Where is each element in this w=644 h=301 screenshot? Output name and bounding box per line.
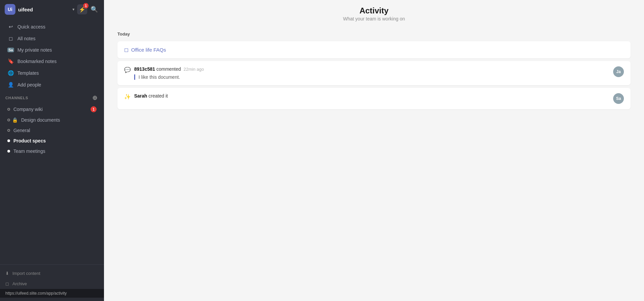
event-action: commented xyxy=(155,66,182,72)
channel-item-company-wiki[interactable]: Company wiki 1 xyxy=(2,104,102,115)
event-body-created: Sarah created it xyxy=(134,93,613,99)
channel-badge: 1 xyxy=(91,106,97,112)
add-people-icon: 👤 xyxy=(7,82,14,88)
channels-header: CHANNELS ⊕ xyxy=(0,91,104,104)
channel-item-team-meetings[interactable]: Team meetings xyxy=(2,146,102,156)
activity-card-doc-link: ◻ Office life FAQs xyxy=(117,41,631,58)
import-icon: ⬇ xyxy=(5,271,9,276)
sidebar-item-bookmarked-notes[interactable]: 🔖 Bookmarked notes xyxy=(2,56,102,67)
main-content: Activity What your team is working on To… xyxy=(104,0,644,301)
comment-icon: 💬 xyxy=(124,67,131,73)
sidebar-item-quick-access[interactable]: ↩ Quick access xyxy=(2,21,102,33)
bolt-button[interactable]: ⚡ 1 xyxy=(77,4,87,14)
search-icon: 🔍 xyxy=(91,6,98,13)
quick-access-icon: ↩ xyxy=(7,24,14,30)
archive-item[interactable]: ◻ Archive xyxy=(0,279,104,289)
url-text: https://uifeed.slite.com/app/activity xyxy=(5,291,67,296)
channel-label: Product specs xyxy=(13,138,46,143)
sidebar-item-my-private-notes[interactable]: Sa My private notes xyxy=(2,45,102,55)
sidebar-item-label: Add people xyxy=(17,82,41,87)
archive-icon: ◻ xyxy=(5,281,9,286)
channel-item-product-specs[interactable]: Product specs xyxy=(2,136,102,146)
event-user: 8913c581 xyxy=(134,66,155,72)
sidebar-item-label: Bookmarked notes xyxy=(17,59,57,64)
import-label: Import content xyxy=(12,271,40,276)
search-button[interactable]: 🔍 xyxy=(89,4,99,14)
page-subtitle: What your team is working on xyxy=(111,16,637,21)
activity-event-created: ✨ Sarah created it xyxy=(124,93,613,100)
activity-card-created: ✨ Sarah created it Sa xyxy=(117,88,631,109)
templates-icon: 🌐 xyxy=(7,70,14,76)
avatar-sa: Sa xyxy=(613,93,624,104)
sidebar-header: Ui uifeed ▾ ⚡ 1 🔍 xyxy=(0,0,104,19)
doc-link-label: Office life FAQs xyxy=(131,47,166,53)
channel-label: Company wiki xyxy=(13,107,43,112)
header-icons: ⚡ 1 🔍 xyxy=(77,4,99,14)
document-icon: ◻ xyxy=(124,47,128,53)
all-notes-icon: ◻ xyxy=(7,36,14,42)
channel-dot-icon xyxy=(7,129,10,132)
channel-label: Team meetings xyxy=(13,148,45,154)
channel-item-general[interactable]: General xyxy=(2,125,102,135)
event-quote: I like this document. xyxy=(134,74,613,80)
sidebar-item-label: Templates xyxy=(17,70,39,76)
archive-label: Archive xyxy=(12,281,27,286)
channel-label: General xyxy=(13,128,30,133)
sidebar-nav: ↩ Quick access ◻ All notes Sa My private… xyxy=(0,19,104,264)
notification-badge: 1 xyxy=(83,3,89,8)
event-text-created: Sarah created it xyxy=(134,93,613,99)
main-header: Activity What your team is working on xyxy=(104,0,644,25)
sidebar-item-add-people[interactable]: 👤 Add people xyxy=(2,79,102,91)
url-bar: https://uifeed.slite.com/app/activity xyxy=(0,289,104,298)
sparkles-icon: ✨ xyxy=(124,94,131,100)
private-notes-icon: Sa xyxy=(7,48,14,52)
event-text-comment: 8913c581 commented 22min ago xyxy=(134,66,613,72)
sidebar-item-label: All notes xyxy=(17,36,36,41)
channel-dot-icon xyxy=(7,150,10,153)
bookmark-icon: 🔖 xyxy=(7,58,14,64)
lock-icon: 🔒 xyxy=(12,117,18,123)
event-time: 22min ago xyxy=(183,67,204,72)
sidebar-item-label: Quick access xyxy=(17,24,45,29)
doc-link[interactable]: ◻ Office life FAQs xyxy=(124,47,166,53)
activity-card-comment: 💬 8913c581 commented 22min ago I like th… xyxy=(117,61,631,85)
event-body-comment: 8913c581 commented 22min ago I like this… xyxy=(134,66,613,80)
add-channel-button[interactable]: ⊕ xyxy=(91,94,99,102)
sidebar-item-templates[interactable]: 🌐 Templates xyxy=(2,67,102,79)
dropdown-icon[interactable]: ▾ xyxy=(72,7,74,12)
channel-dot-icon xyxy=(7,108,10,111)
sidebar-item-label: My private notes xyxy=(17,47,52,53)
workspace-avatar: Ui xyxy=(5,4,15,15)
event-action-text: created it xyxy=(149,93,168,99)
sidebar: Ui uifeed ▾ ⚡ 1 🔍 ↩ Quick access ◻ All n… xyxy=(0,0,104,301)
activity-event-comment: 💬 8913c581 commented 22min ago I like th… xyxy=(124,66,613,80)
event-user-created: Sarah xyxy=(134,93,147,99)
import-content-item[interactable]: ⬇ Import content xyxy=(0,268,104,279)
section-date: Today xyxy=(117,32,631,37)
channel-dot-icon xyxy=(7,119,10,121)
channel-label: Design documents xyxy=(21,117,60,123)
sidebar-item-all-notes[interactable]: ◻ All notes xyxy=(2,33,102,44)
sidebar-footer: ⬇ Import content ◻ Archive https://uifee… xyxy=(0,264,104,301)
activity-content: Today ◻ Office life FAQs 💬 8913c581 comm… xyxy=(104,25,644,301)
avatar-ja: Ja xyxy=(613,66,624,77)
channel-dot-icon xyxy=(7,139,10,142)
workspace-name: uifeed xyxy=(18,7,70,12)
channel-item-design-documents[interactable]: 🔒 Design documents xyxy=(2,115,102,125)
page-title: Activity xyxy=(111,6,637,15)
channels-label: CHANNELS xyxy=(5,96,28,100)
